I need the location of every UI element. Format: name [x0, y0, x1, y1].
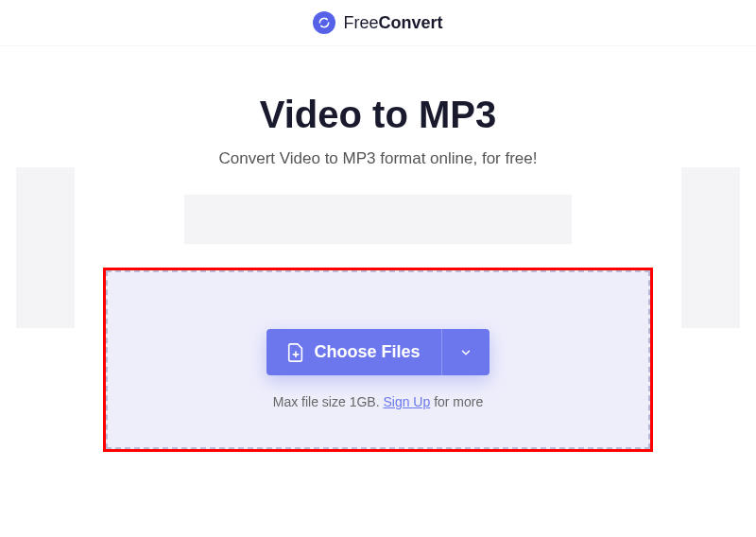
dropzone-container: Choose Files Max file size 1GB. Sign Up …: [106, 270, 650, 449]
signup-link[interactable]: Sign Up: [383, 394, 430, 409]
ad-placeholder: [184, 195, 572, 244]
file-add-icon: [287, 343, 304, 362]
file-size-hint: Max file size 1GB. Sign Up for more: [127, 394, 629, 409]
file-dropzone[interactable]: Choose Files Max file size 1GB. Sign Up …: [106, 270, 650, 449]
chevron-down-icon: [459, 346, 472, 359]
choose-files-group: Choose Files: [266, 329, 489, 375]
choose-files-button[interactable]: Choose Files: [266, 329, 440, 375]
side-placeholder-left: [16, 167, 75, 328]
choose-files-label: Choose Files: [314, 342, 420, 362]
refresh-circle-icon: [313, 11, 335, 34]
hint-suffix: for more: [430, 394, 483, 409]
brand-logo[interactable]: FreeConvert: [313, 11, 442, 34]
brand-name: FreeConvert: [343, 13, 442, 33]
hint-prefix: Max file size 1GB.: [273, 394, 384, 409]
main-content: Video to MP3 Convert Video to MP3 format…: [0, 46, 756, 468]
header: FreeConvert: [0, 0, 756, 46]
choose-files-dropdown[interactable]: [441, 329, 490, 375]
page-title: Video to MP3: [19, 94, 737, 136]
side-placeholder-right: [681, 167, 740, 328]
page-subtitle: Convert Video to MP3 format online, for …: [19, 149, 737, 168]
